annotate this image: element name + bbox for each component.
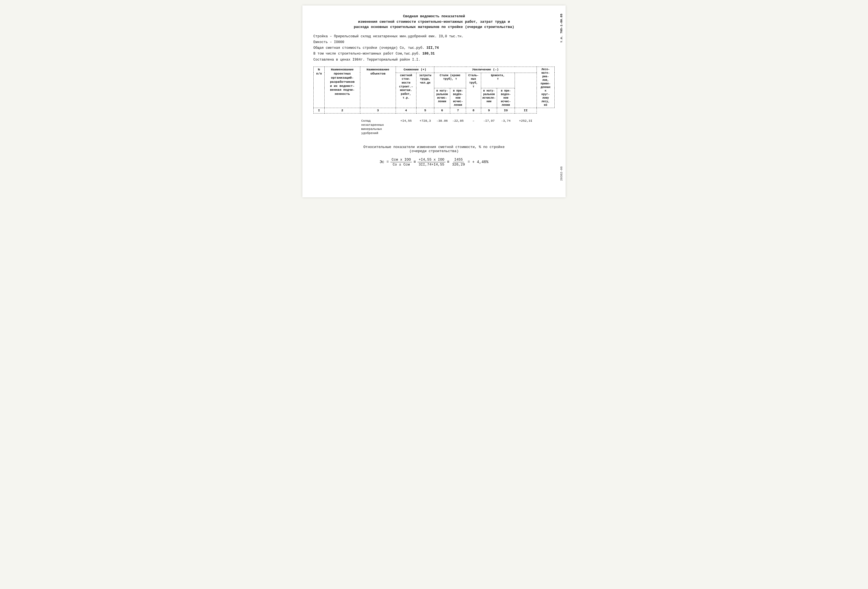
col-num-header: №п/п — [314, 66, 325, 108]
fraction-2: +I4,55 x IOO 3II,74+I4,55 — [418, 158, 446, 167]
col-cement-header: Цемента,т — [481, 72, 515, 88]
num-5: 5 — [416, 108, 434, 113]
side-label-top: т.п. 705-1-80.85 — [560, 14, 563, 43]
num-3: 3 — [360, 108, 396, 113]
relative-line1: Относительные показатели изменения сметн… — [313, 145, 555, 149]
data-col6: -38.06 — [434, 118, 450, 136]
title-line3: расхода основных строительных материалов… — [313, 24, 555, 30]
info-line5: Составлена в ценах I984г. Территориальны… — [313, 57, 555, 63]
num-9: 9 — [481, 108, 497, 113]
data-col11: +252,3I — [515, 118, 537, 136]
column-number-row: I 2 3 4 5 6 7 8 9 IO II — [314, 108, 555, 113]
col-cost-header: сметнойстои-мостистроит.–монтаж.работ,т.… — [396, 72, 416, 108]
formula-line: Эс = Ссм x IOO Co ± Ссм = +I4,55 x IOO 3… — [313, 158, 555, 167]
info-line4: В том числе строительно-монтажных работ … — [313, 51, 555, 57]
frac1-denominator: Co ± Ссм — [391, 162, 411, 167]
frac2-denominator: 3II,74+I4,55 — [418, 162, 446, 167]
frac3-numerator: I455 — [453, 158, 464, 162]
formula-label: Эс = — [380, 160, 389, 164]
num-11: II — [515, 108, 537, 113]
num-7: 7 — [450, 108, 466, 113]
relative-line2: (очереди строительства) — [313, 149, 555, 153]
formula-result: = + 4,46% — [468, 160, 489, 164]
spacer-row — [314, 113, 555, 118]
document-title: Сводная ведомость показателей изменения … — [313, 14, 555, 30]
data-col4: +I4,55 — [396, 118, 416, 136]
col-labor-header: затратытруда,чел.дн — [416, 72, 434, 108]
data-col2 — [325, 118, 360, 136]
col-increase-header: Увеличение (–) — [434, 66, 537, 72]
frac2-numerator: +I4,55 x IOO — [418, 158, 446, 162]
col-steelpipe-header: Сталь-ныхтруб,т — [466, 72, 481, 108]
data-col10: -3,74 — [497, 118, 515, 136]
col-obj-header: Наименованиеобъектов — [360, 66, 396, 108]
fraction-1: Ссм x IOO Co ± Ссм — [390, 158, 412, 167]
col-cement-nat-header: в нату-ральномисчисле-нии — [481, 88, 497, 108]
fraction-3: I455 326,29 — [451, 158, 466, 167]
data-col1 — [314, 118, 325, 136]
num-4: 4 — [396, 108, 416, 113]
data-row-1: Склад незатаренныхминеральных удобрений … — [314, 118, 555, 136]
relative-indicators-block: Относительные показатели изменения сметн… — [313, 145, 555, 167]
info-line2: Емкость – IO000 — [313, 40, 555, 45]
info-line1: Стройка – Прирельсовый склад незатаренны… — [313, 34, 555, 40]
title-line1: Сводная ведомость показателей — [313, 14, 555, 19]
eq-sign-1: = — [413, 160, 416, 164]
frac1-numerator: Ссм x IOO — [390, 158, 412, 162]
data-col8: – — [466, 118, 481, 136]
col-steel-calc-header: в при-ведён-номисчис-лении — [450, 88, 466, 108]
document-page: т.п. 705-1-80.85 20362-06 Сводная ведомо… — [303, 6, 565, 197]
eq-sign-2: = — [447, 160, 449, 164]
info-block: Стройка – Прирельсовый склад незатаренны… — [313, 34, 555, 63]
col-wood-header: Лесо-мате-риа-лов,приве-денныхккруг-лому… — [537, 66, 555, 108]
num-6: 6 — [434, 108, 450, 113]
col-org-header: Наименованиепроектныхорганизаций-разрабо… — [325, 66, 360, 108]
title-line2: изменения сметной стоимости строительно-… — [313, 19, 555, 25]
side-label-bottom: 20362-06 — [560, 166, 563, 181]
main-table: №п/п Наименованиепроектныхорганизаций-ра… — [313, 66, 555, 140]
data-col7: -22,85 — [450, 118, 466, 136]
col-decrease-header: Снижение (+) — [396, 66, 434, 72]
col-steel-header: Стали (крометруб), т — [434, 72, 466, 88]
data-col5: +728,3 — [416, 118, 434, 136]
num-8: 8 — [466, 108, 481, 113]
info-line3: Общая сметная стоимость стройки (очереди… — [313, 45, 555, 51]
num-2: 2 — [325, 108, 360, 113]
header-row-1: №п/п Наименованиепроектныхорганизаций-ра… — [314, 66, 555, 72]
data-col9: -I7,97 — [481, 118, 497, 136]
bottom-spacer — [314, 136, 555, 140]
data-col3: Склад незатаренныхминеральных удобрений — [360, 118, 396, 136]
frac3-denominator: 326,29 — [451, 162, 466, 167]
col-steel-nat-header: в нату-ральномисчис-лении — [434, 88, 450, 108]
num-1: I — [314, 108, 325, 113]
col-cement-calc-header: в при-веден-номисчис-лении — [497, 88, 515, 108]
num-10: IO — [497, 108, 515, 113]
